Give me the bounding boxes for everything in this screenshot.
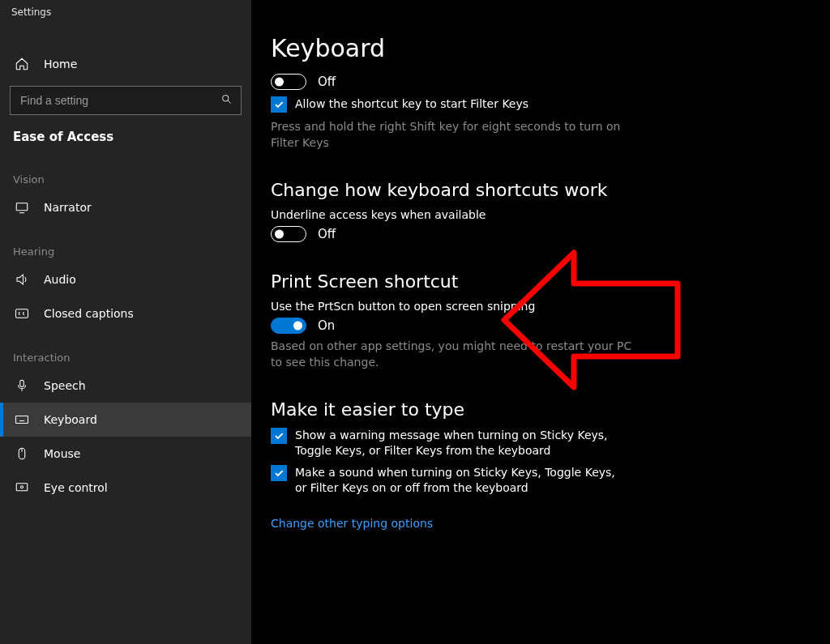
search-input[interactable]	[19, 93, 220, 108]
filter-keys-help: Press and hold the right Shift key for e…	[271, 119, 635, 151]
sidebar-item-narrator[interactable]: Narrator	[0, 190, 251, 224]
page-title: Keyboard	[271, 34, 806, 62]
search-field[interactable]	[10, 86, 242, 115]
sidebar-item-closed-captions[interactable]: Closed captions	[0, 296, 251, 331]
section-vision: Vision	[0, 152, 251, 190]
keyboard-icon	[15, 412, 29, 427]
home-icon	[15, 57, 29, 71]
prtscn-desc: Use the PrtScn button to open screen sni…	[271, 300, 806, 313]
sidebar-item-speech[interactable]: Speech	[0, 369, 251, 403]
sidebar-item-label: Speech	[44, 379, 86, 392]
underline-desc: Underline access keys when available	[271, 208, 806, 221]
eye-control-icon	[15, 480, 29, 495]
speech-icon	[15, 378, 29, 393]
sound-checkbox[interactable]	[271, 465, 287, 481]
sidebar-item-label: Audio	[44, 273, 76, 286]
content-area: Keyboard Off Allow the shortcut key to s…	[251, 0, 830, 644]
underline-access-keys-toggle[interactable]	[271, 226, 306, 242]
filter-keys-toggle-label: Off	[318, 75, 336, 89]
shortcut-filter-keys-checkbox[interactable]	[271, 96, 287, 113]
app-title: Settings	[0, 0, 251, 34]
sidebar-item-label: Keyboard	[44, 413, 97, 426]
home-button[interactable]: Home	[0, 49, 251, 79]
narrator-icon	[15, 200, 29, 215]
warning-check-label: Show a warning message when turning on S…	[295, 428, 627, 458]
svg-rect-4	[16, 416, 28, 424]
sidebar-item-label: Narrator	[44, 201, 92, 214]
search-icon	[220, 93, 233, 108]
filter-keys-toggle[interactable]	[271, 74, 306, 90]
sidebar: Settings Home Ease of Access Vision Narr…	[0, 0, 251, 644]
section-hearing: Hearing	[0, 224, 251, 262]
section-interaction: Interaction	[0, 331, 251, 369]
prtscn-toggle[interactable]	[271, 318, 306, 334]
prtscn-section-title: Print Screen shortcut	[271, 271, 806, 292]
sidebar-item-keyboard[interactable]: Keyboard	[0, 403, 251, 437]
sidebar-item-mouse[interactable]: Mouse	[0, 437, 251, 471]
sidebar-item-label: Eye control	[44, 481, 108, 494]
home-label: Home	[44, 58, 77, 70]
prtscn-toggle-label: On	[318, 318, 335, 333]
sidebar-item-audio[interactable]: Audio	[0, 262, 251, 296]
change-typing-options-link[interactable]: Change other typing options	[271, 517, 433, 530]
sidebar-item-label: Mouse	[44, 447, 80, 460]
shortcuts-section-title: Change how keyboard shortcuts work	[271, 180, 806, 200]
svg-rect-1	[16, 203, 28, 211]
sidebar-item-eye-control[interactable]: Eye control	[0, 471, 251, 505]
closed-captions-icon	[15, 306, 29, 321]
svg-rect-2	[16, 309, 28, 318]
sidebar-item-label: Closed captions	[44, 307, 134, 320]
svg-point-7	[21, 486, 24, 488]
easier-section-title: Make it easier to type	[271, 399, 806, 420]
warning-checkbox[interactable]	[271, 428, 287, 444]
svg-point-0	[223, 96, 229, 102]
sound-check-label: Make a sound when turning on Sticky Keys…	[295, 465, 627, 496]
prtscn-help: Based on other app settings, you might n…	[271, 339, 635, 370]
svg-rect-3	[20, 380, 24, 386]
audio-icon	[15, 272, 29, 287]
shortcut-filter-keys-label: Allow the shortcut key to start Filter K…	[295, 96, 528, 112]
svg-rect-6	[16, 484, 28, 491]
mouse-icon	[15, 446, 29, 461]
underline-toggle-label: Off	[318, 227, 336, 241]
category-label: Ease of Access	[0, 115, 251, 152]
